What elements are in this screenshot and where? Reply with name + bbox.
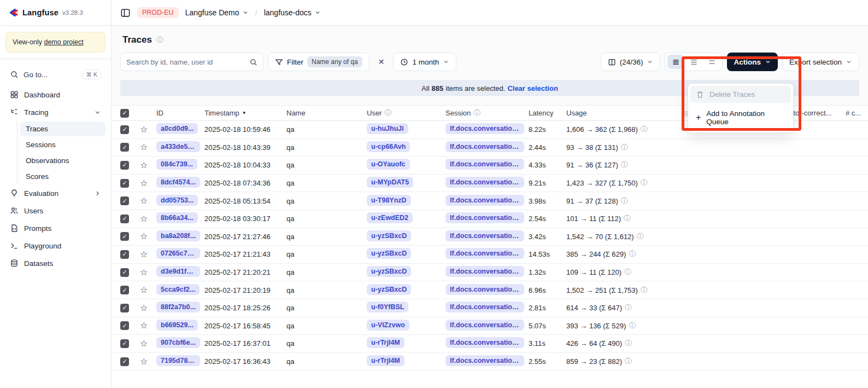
session-badge[interactable]: lf.docs.conversation... <box>445 284 524 295</box>
session-badge[interactable]: lf.docs.conversation... <box>445 141 524 152</box>
trace-id-badge[interactable]: 88f2a7b0... <box>156 302 200 312</box>
col-header-latency[interactable]: Latency <box>529 109 566 117</box>
row-checkbox[interactable]: ✓ <box>120 250 129 259</box>
select-all-checkbox[interactable]: ✓ <box>120 109 129 118</box>
sidebar-item-playground[interactable]: Playground <box>5 238 105 254</box>
table-row[interactable]: ✓ ☆ d3e9d1f2... 2025-02-17 21:20:21 qa u… <box>112 264 868 282</box>
session-badge[interactable]: lf.docs.conversation... <box>445 212 524 223</box>
sidebar-item-evaluation[interactable]: Evaluation <box>5 185 105 201</box>
star-icon[interactable]: ☆ <box>140 321 148 330</box>
info-icon[interactable]: ⓘ <box>641 125 648 134</box>
trace-id-badge[interactable]: ba8a208f... <box>156 230 200 241</box>
sidebar-item-tracing[interactable]: Tracing <box>5 104 105 120</box>
row-checkbox[interactable]: ✓ <box>120 268 129 277</box>
info-icon[interactable]: ⓘ <box>625 303 632 312</box>
row-checkbox[interactable]: ✓ <box>120 357 129 366</box>
time-range-button[interactable]: 1 month <box>393 53 456 71</box>
info-icon[interactable]: ⓘ <box>621 196 628 206</box>
col-header-id[interactable]: ID <box>156 109 204 117</box>
table-row[interactable]: ✓ ☆ 084c739... 2025-02-18 10:04:33 qa u-… <box>112 157 868 175</box>
session-badge[interactable]: lf.docs.conversation... <box>445 302 524 312</box>
info-icon[interactable]: ⓘ <box>629 321 636 331</box>
star-icon[interactable]: ☆ <box>140 304 148 312</box>
user-badge[interactable]: u-MYpDAT5 <box>367 177 413 188</box>
sidebar-item-prompts[interactable]: Prompts <box>5 220 105 236</box>
trace-id-badge[interactable]: 907cbf6e... <box>156 337 200 348</box>
org-selector[interactable]: Langfuse Demo <box>185 8 249 17</box>
table-row[interactable]: ✓ ☆ a433de51... 2025-02-18 10:43:39 qa u… <box>112 139 868 157</box>
export-selection-button[interactable]: Export selection <box>782 53 859 71</box>
row-checkbox[interactable]: ✓ <box>120 286 129 294</box>
session-badge[interactable]: lf.docs.conversation... <box>445 248 524 259</box>
col-header-score3[interactable]: # c... <box>846 109 868 117</box>
user-badge[interactable]: u-huJhuJi <box>367 123 408 134</box>
col-header-session[interactable]: Sessionⓘ <box>445 108 529 118</box>
info-icon[interactable]: ⓘ <box>641 178 648 188</box>
col-header-user[interactable]: Userⓘ <box>367 108 445 118</box>
menu-item-add-to-annotation-queue[interactable]: + Add to Annotation Queue <box>690 105 791 130</box>
row-height-small-button[interactable] <box>667 55 684 69</box>
trace-id-badge[interactable]: a0cd0d9... <box>156 123 198 134</box>
row-checkbox[interactable]: ✓ <box>120 143 129 152</box>
demo-project-link[interactable]: demo project <box>44 38 83 46</box>
table-row[interactable]: ✓ ☆ b669529... 2025-02-17 16:58:45 qa u-… <box>112 317 868 335</box>
trace-id-badge[interactable]: d3e9d1f2... <box>156 266 200 277</box>
user-badge[interactable]: u-OYauofc <box>367 159 410 170</box>
info-icon[interactable]: ⓘ <box>156 36 163 45</box>
trace-id-badge[interactable]: b669529... <box>156 320 198 331</box>
info-icon[interactable]: ⓘ <box>629 250 636 259</box>
session-badge[interactable]: lf.docs.conversation... <box>445 337 524 348</box>
session-badge[interactable]: lf.docs.conversation... <box>445 230 524 241</box>
info-icon[interactable]: ⓘ <box>621 143 628 152</box>
info-icon[interactable]: ⓘ <box>641 286 648 295</box>
menu-item-delete-traces[interactable]: Delete Traces <box>690 86 791 103</box>
star-icon[interactable]: ☆ <box>140 143 148 152</box>
user-badge[interactable]: u-VIZzvwo <box>367 320 409 331</box>
star-icon[interactable]: ☆ <box>140 357 148 366</box>
clear-filter-button[interactable]: ✕ <box>374 57 389 66</box>
session-badge[interactable]: lf.docs.conversation... <box>445 123 524 134</box>
table-row[interactable]: ✓ ☆ 907cbf6e... 2025-02-17 16:37:01 qa u… <box>112 335 868 353</box>
info-icon[interactable]: ⓘ <box>473 108 480 118</box>
info-icon[interactable]: ⓘ <box>637 232 644 241</box>
row-checkbox[interactable]: ✓ <box>120 321 129 330</box>
user-badge[interactable]: u-cp66Avh <box>367 141 410 152</box>
session-badge[interactable]: lf.docs.conversation... <box>445 159 524 170</box>
star-icon[interactable]: ☆ <box>140 268 148 277</box>
user-badge[interactable]: u-rTrjI4M <box>367 355 404 366</box>
search-icon[interactable] <box>249 58 257 66</box>
info-icon[interactable]: ⓘ <box>384 108 391 118</box>
goto-search[interactable]: Go to... ⌘ K <box>5 66 105 83</box>
row-checkbox[interactable]: ✓ <box>120 232 129 241</box>
table-row[interactable]: ✓ ☆ 07265c7a... 2025-02-17 21:21:43 qa u… <box>112 246 868 264</box>
trace-id-badge[interactable]: a433de51... <box>156 141 200 152</box>
filter-button[interactable]: Filter Name any of qa <box>268 53 370 71</box>
trace-id-badge[interactable]: 084c739... <box>156 159 197 170</box>
sidebar-toggle-icon[interactable] <box>120 8 131 18</box>
table-row[interactable]: ✓ ☆ dd05753... 2025-02-18 05:13:54 qa u-… <box>112 192 868 210</box>
project-selector[interactable]: langfuse-docs <box>264 8 321 17</box>
table-row[interactable]: ✓ ☆ 7195d78e... 2025-02-17 16:36:43 qa u… <box>112 353 868 371</box>
session-badge[interactable]: lf.docs.conversation... <box>445 266 524 277</box>
info-icon[interactable]: ⓘ <box>625 357 632 366</box>
session-badge[interactable]: lf.docs.conversation... <box>445 320 524 331</box>
info-icon[interactable]: ⓘ <box>624 268 631 277</box>
search-box[interactable] <box>120 53 263 71</box>
row-checkbox[interactable]: ✓ <box>120 304 129 312</box>
star-icon[interactable]: ☆ <box>140 339 148 348</box>
user-badge[interactable]: u-yzSBxcD <box>367 284 411 295</box>
trace-id-badge[interactable]: 7195d78e... <box>156 355 200 366</box>
star-icon[interactable]: ☆ <box>140 232 148 241</box>
table-row[interactable]: ✓ ☆ 5cca9cf2... 2025-02-17 21:20:19 qa u… <box>112 281 868 299</box>
sidebar-item-traces[interactable]: Traces <box>20 121 105 136</box>
sidebar-item-sessions[interactable]: Sessions <box>20 137 105 152</box>
user-badge[interactable]: u-yzSBxcD <box>367 230 411 241</box>
trace-id-badge[interactable]: dd05753... <box>156 195 198 206</box>
trace-id-badge[interactable]: 07265c7a... <box>156 248 200 259</box>
info-icon[interactable]: ⓘ <box>625 339 632 348</box>
sidebar-item-dashboard[interactable]: Dashboard <box>5 86 105 103</box>
info-icon[interactable]: ⓘ <box>624 214 631 223</box>
star-icon[interactable]: ☆ <box>140 125 148 134</box>
user-badge[interactable]: u-T98YnzD <box>367 195 411 206</box>
user-badge[interactable]: u-rTrjI4M <box>367 337 404 348</box>
